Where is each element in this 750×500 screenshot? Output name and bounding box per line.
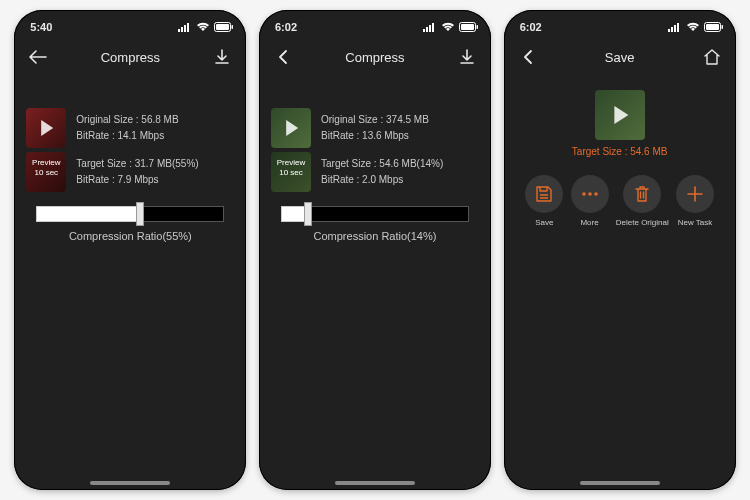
svg-rect-7 [423, 29, 425, 32]
nav-bar: Save [504, 40, 736, 74]
home-button[interactable] [702, 47, 722, 67]
status-bar: 6:02 [504, 10, 736, 40]
preview-thumbnail[interactable]: Preview 10 sec [271, 152, 311, 192]
nav-bar: Compress [259, 40, 491, 74]
back-button[interactable] [28, 47, 48, 67]
svg-rect-6 [216, 24, 229, 30]
original-size-label: Original Size : 56.8 MB [76, 112, 178, 128]
download-button[interactable] [457, 47, 477, 67]
signal-icon [178, 22, 192, 32]
svg-rect-8 [426, 27, 428, 32]
new-task-button[interactable] [676, 175, 714, 213]
home-indicator[interactable] [580, 481, 660, 485]
action-new-task: New Task [676, 175, 714, 227]
download-icon [459, 49, 475, 65]
action-delete-label: Delete Original [616, 218, 669, 227]
slider-track [36, 206, 224, 222]
status-indicators [668, 22, 724, 32]
preview-overlay-line2: 10 sec [279, 168, 303, 177]
content-area: Original Size : 56.8 MB BitRate : 14.1 M… [14, 74, 246, 242]
status-bar: 6:02 [259, 10, 491, 40]
target-size-label: Target Size : 31.7 MB(55%) [76, 156, 198, 172]
preview-overlay-line1: Preview [32, 158, 60, 167]
slider-thumb[interactable] [136, 202, 144, 226]
trash-icon [634, 185, 650, 203]
back-arrow-icon [29, 50, 47, 64]
action-delete-original: Delete Original [616, 175, 669, 227]
original-bitrate-label: BitRate : 13.6 Mbps [321, 128, 429, 144]
chevron-left-icon [277, 49, 289, 65]
target-row: Preview 10 sec Target Size : 31.7 MB(55%… [26, 152, 234, 192]
svg-rect-0 [178, 29, 180, 32]
home-indicator[interactable] [335, 481, 415, 485]
slider-track [281, 206, 469, 222]
original-bitrate-label: BitRate : 14.1 Mbps [76, 128, 178, 144]
action-more-label: More [580, 218, 598, 227]
svg-rect-1 [181, 27, 183, 32]
svg-rect-3 [187, 23, 189, 32]
slider-fill [36, 206, 140, 222]
status-time: 6:02 [275, 21, 297, 33]
action-save: Save [525, 175, 563, 227]
preview-thumbnail[interactable]: Preview 10 sec [26, 152, 66, 192]
svg-point-22 [588, 192, 592, 196]
svg-rect-12 [476, 25, 478, 29]
original-info: Original Size : 56.8 MB BitRate : 14.1 M… [76, 112, 178, 144]
phone-screen-save: 6:02 Save Target Size : 54.6 MB [504, 10, 736, 490]
target-bitrate-label: BitRate : 2.0 Mbps [321, 172, 443, 188]
save-target-size-label: Target Size : 54.6 MB [516, 146, 724, 157]
wifi-icon [441, 22, 455, 32]
download-icon [214, 49, 230, 65]
battery-icon [704, 22, 724, 32]
target-bitrate-label: BitRate : 7.9 Mbps [76, 172, 198, 188]
svg-rect-20 [706, 24, 719, 30]
dots-icon [581, 191, 599, 197]
svg-rect-19 [721, 25, 723, 29]
signal-icon [423, 22, 437, 32]
svg-point-21 [582, 192, 586, 196]
target-row: Preview 10 sec Target Size : 54.6 MB(14%… [271, 152, 479, 192]
status-indicators [423, 22, 479, 32]
preview-overlay-line1: Preview [277, 158, 305, 167]
chevron-left-icon [522, 49, 534, 65]
svg-rect-16 [674, 25, 676, 32]
svg-rect-13 [461, 24, 474, 30]
svg-rect-5 [232, 25, 234, 29]
more-button[interactable] [571, 175, 609, 213]
play-icon [614, 106, 628, 124]
nav-bar: Compress [14, 40, 246, 74]
svg-rect-14 [668, 29, 670, 32]
original-thumbnail[interactable] [271, 108, 311, 148]
back-button[interactable] [518, 47, 538, 67]
action-newtask-label: New Task [678, 218, 713, 227]
home-indicator[interactable] [90, 481, 170, 485]
battery-icon [459, 22, 479, 32]
download-button[interactable] [212, 47, 232, 67]
content-area: Target Size : 54.6 MB Save More [504, 74, 736, 227]
play-icon [286, 120, 298, 136]
svg-rect-17 [677, 23, 679, 32]
slider-thumb[interactable] [304, 202, 312, 226]
result-thumbnail[interactable] [595, 90, 645, 140]
status-time: 5:40 [30, 21, 52, 33]
wifi-icon [196, 22, 210, 32]
preview-overlay: Preview 10 sec [26, 152, 66, 192]
save-button[interactable] [525, 175, 563, 213]
battery-icon [214, 22, 234, 32]
plus-icon [686, 185, 704, 203]
back-button[interactable] [273, 47, 293, 67]
delete-original-button[interactable] [623, 175, 661, 213]
status-indicators [178, 22, 234, 32]
compression-slider[interactable] [36, 206, 224, 222]
original-size-label: Original Size : 374.5 MB [321, 112, 429, 128]
svg-rect-15 [671, 27, 673, 32]
target-info: Target Size : 54.6 MB(14%) BitRate : 2.0… [321, 156, 443, 188]
compression-ratio-label: Compression Ratio(14%) [271, 230, 479, 242]
original-thumbnail[interactable] [26, 108, 66, 148]
compression-slider[interactable] [281, 206, 469, 222]
signal-icon [668, 22, 682, 32]
wifi-icon [686, 22, 700, 32]
target-size-label: Target Size : 54.6 MB(14%) [321, 156, 443, 172]
preview-overlay-line2: 10 sec [35, 168, 59, 177]
action-more: More [571, 175, 609, 227]
